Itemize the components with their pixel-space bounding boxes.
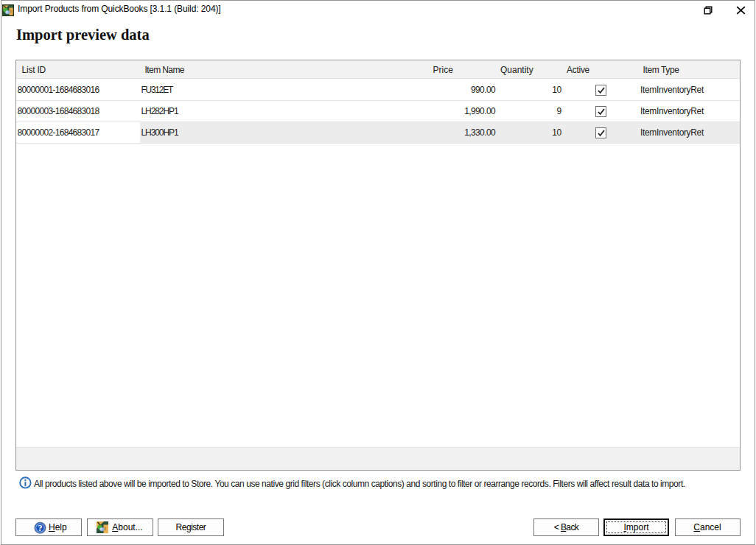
- svg-text:?: ?: [38, 523, 43, 533]
